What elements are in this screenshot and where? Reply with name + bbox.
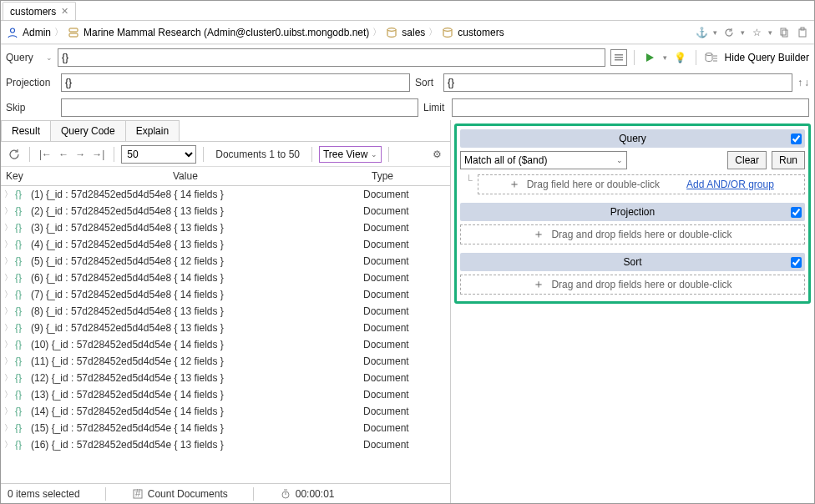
document-icon: {}: [14, 439, 28, 451]
header-key[interactable]: Key: [1, 167, 168, 185]
run-button[interactable]: Run: [772, 151, 805, 169]
table-row[interactable]: 〉{}(16) {_id : 57d28452ed5d4d54e { 13 fi…: [1, 436, 450, 453]
copy-icon[interactable]: [777, 26, 791, 39]
svg-text:{}: {}: [15, 356, 22, 366]
row-key: (10) {_id : 57d28452ed5d4d54e { 14 field…: [31, 339, 181, 350]
close-icon[interactable]: ✕: [61, 6, 68, 17]
view-mode-select[interactable]: Tree View ⌄: [319, 146, 382, 163]
refresh-icon[interactable]: [6, 146, 23, 163]
add-and-or-group-link[interactable]: Add AND/OR group: [686, 179, 774, 190]
svg-text:{}: {}: [15, 373, 22, 383]
document-icon: {}: [14, 322, 28, 334]
query-dropdown-icon[interactable]: ⌄: [46, 53, 53, 62]
svg-rect-1: [69, 28, 78, 32]
expand-icon[interactable]: 〉: [4, 305, 14, 317]
svg-text:{}: {}: [15, 273, 22, 283]
count-documents-link[interactable]: Count Documents: [148, 488, 228, 500]
sort-asc-icon[interactable]: ↑: [797, 77, 802, 88]
gear-icon[interactable]: ⚙: [429, 147, 445, 162]
table-row[interactable]: 〉{}(15) {_id : 57d28452ed5d4d54e { 14 fi…: [1, 420, 450, 436]
expand-icon[interactable]: 〉: [4, 289, 14, 300]
bulb-icon[interactable]: 💡: [674, 51, 687, 64]
expand-icon[interactable]: 〉: [4, 255, 14, 267]
refresh-dropdown-icon[interactable]: [722, 26, 736, 39]
expand-icon[interactable]: 〉: [4, 355, 14, 367]
expand-icon[interactable]: 〉: [4, 189, 14, 200]
first-page-icon[interactable]: |←: [37, 147, 54, 162]
results-grid: Key Value Type 〉{}(1) {_id : 57d28452ed5…: [1, 167, 450, 483]
tab-result[interactable]: Result: [1, 120, 51, 141]
breadcrumb-connection[interactable]: Marine Mammal Research (Admin@cluster0.u…: [84, 27, 369, 38]
svg-rect-2: [69, 33, 78, 37]
limit-input[interactable]: [452, 98, 809, 117]
table-row[interactable]: 〉{}(1) {_id : 57d28452ed5d4d54e8 { 14 fi…: [1, 186, 450, 203]
expand-icon[interactable]: 〉: [4, 439, 14, 451]
header-value[interactable]: Value: [168, 167, 367, 185]
table-row[interactable]: 〉{}(4) {_id : 57d28452ed5d4d54e8 { 13 fi…: [1, 236, 450, 253]
svg-text:{}: {}: [15, 256, 22, 266]
document-icon: {}: [14, 406, 28, 417]
next-page-icon[interactable]: →: [73, 147, 88, 162]
table-row[interactable]: 〉{}(12) {_id : 57d28452ed5d4d54e { 13 fi…: [1, 370, 450, 386]
drag-field-target[interactable]: ＋ Drag field here or double-click Add AN…: [478, 174, 805, 194]
table-row[interactable]: 〉{}(6) {_id : 57d28452ed5d4d54e8 { 14 fi…: [1, 270, 450, 286]
anchor-icon[interactable]: ⚓: [695, 26, 708, 39]
expand-icon[interactable]: 〉: [4, 272, 14, 284]
table-row[interactable]: 〉{}(13) {_id : 57d28452ed5d4d54e { 14 fi…: [1, 386, 450, 403]
expand-icon[interactable]: 〉: [4, 389, 14, 401]
row-type: Document: [363, 222, 447, 234]
builder-sort-checkbox[interactable]: [791, 257, 802, 268]
result-tabs: Result Query Code Explain: [1, 120, 450, 142]
document-icon: {}: [14, 272, 28, 284]
table-row[interactable]: 〉{}(14) {_id : 57d28452ed5d4d54e { 14 fi…: [1, 403, 450, 420]
status-selected: 0 items selected: [8, 488, 80, 500]
skip-input[interactable]: [61, 98, 418, 117]
page-size-select[interactable]: 50: [121, 145, 196, 164]
query-input[interactable]: [58, 48, 605, 67]
tab-customers[interactable]: customers ✕: [3, 2, 76, 20]
builder-query-checkbox[interactable]: [791, 134, 802, 144]
expand-icon[interactable]: 〉: [4, 222, 14, 234]
document-icon: {}: [14, 205, 28, 217]
table-row[interactable]: 〉{}(2) {_id : 57d28452ed5d4d54e8 { 13 fi…: [1, 203, 450, 219]
breadcrumb-database[interactable]: sales: [402, 27, 425, 38]
match-operator-select[interactable]: Match all of ($and) ⌄: [460, 151, 627, 169]
projection-drop-target[interactable]: ＋ Drag and drop fields here or double-cl…: [460, 224, 805, 244]
expand-icon[interactable]: 〉: [4, 422, 14, 434]
sort-input[interactable]: [443, 73, 792, 92]
last-page-icon[interactable]: →|: [89, 147, 107, 162]
star-icon[interactable]: ☆: [750, 26, 763, 39]
query-options-icon[interactable]: [610, 49, 627, 66]
expand-icon[interactable]: 〉: [4, 322, 14, 334]
paste-icon[interactable]: [796, 26, 809, 39]
table-row[interactable]: 〉{}(9) {_id : 57d28452ed5d4d54e8 { 13 fi…: [1, 320, 450, 336]
tab-query-code[interactable]: Query Code: [50, 120, 126, 141]
table-row[interactable]: 〉{}(5) {_id : 57d28452ed5d4d54e8 { 12 fi…: [1, 253, 450, 270]
hide-query-builder-link[interactable]: Hide Query Builder: [725, 52, 809, 63]
expand-icon[interactable]: 〉: [4, 239, 14, 250]
clear-button[interactable]: Clear: [727, 151, 767, 169]
breadcrumb-collection[interactable]: customers: [458, 27, 504, 38]
table-row[interactable]: 〉{}(10) {_id : 57d28452ed5d4d54e { 14 fi…: [1, 336, 450, 353]
prev-page-icon[interactable]: ←: [56, 147, 71, 162]
expand-icon[interactable]: 〉: [4, 406, 14, 417]
row-type: Document: [363, 189, 447, 200]
tab-explain[interactable]: Explain: [125, 120, 180, 141]
expand-icon[interactable]: 〉: [4, 205, 14, 217]
expand-icon[interactable]: 〉: [4, 339, 14, 350]
limit-label: Limit: [423, 102, 447, 113]
table-row[interactable]: 〉{}(8) {_id : 57d28452ed5d4d54e8 { 13 fi…: [1, 303, 450, 320]
sort-desc-icon[interactable]: ↓: [804, 77, 809, 88]
header-type[interactable]: Type: [367, 167, 450, 185]
expand-icon[interactable]: 〉: [4, 372, 14, 384]
match-operator-label: Match all of ($and): [464, 154, 547, 166]
table-row[interactable]: 〉{}(11) {_id : 57d28452ed5d4d54e { 12 fi…: [1, 353, 450, 370]
projection-input[interactable]: [61, 73, 410, 92]
breadcrumb-user[interactable]: Admin: [23, 27, 51, 38]
table-row[interactable]: 〉{}(7) {_id : 57d28452ed5d4d54e8 { 14 fi…: [1, 286, 450, 303]
run-icon[interactable]: [643, 51, 656, 64]
builder-projection-checkbox[interactable]: [791, 207, 802, 218]
table-row[interactable]: 〉{}(3) {_id : 57d28452ed5d4d54e8 { 13 fi…: [1, 219, 450, 236]
sort-drop-target[interactable]: ＋ Drag and drop fields here or double-cl…: [460, 275, 805, 295]
exec-time: 00:00:01: [296, 488, 335, 500]
